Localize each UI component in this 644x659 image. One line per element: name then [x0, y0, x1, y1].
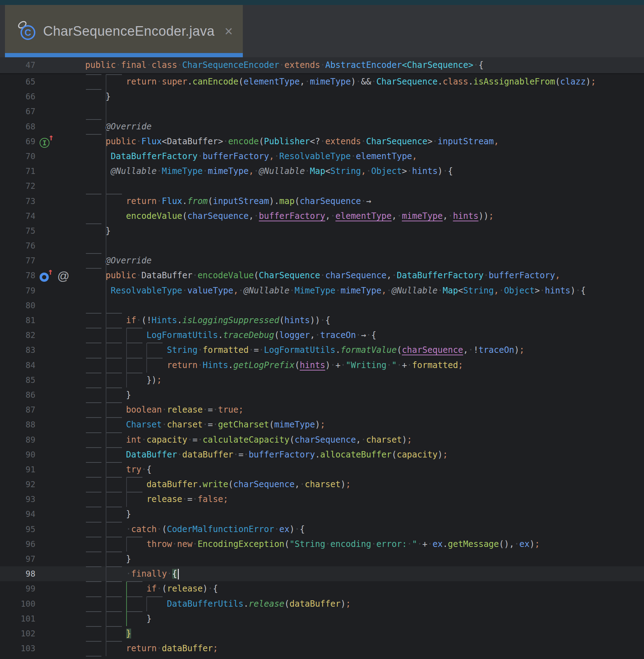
indent-guide — [126, 477, 127, 507]
code-text: @Override — [85, 119, 152, 134]
line-number-103: 103 — [0, 641, 35, 656]
line-number-87: 87 — [0, 402, 35, 417]
code-line-79[interactable]: 79 ResolvableType·valueType,·@Nullable·M… — [0, 283, 644, 298]
code-line-85[interactable]: 85}); — [0, 373, 644, 387]
code-text: LogFormatUtils.traceDebug(logger,·traceO… — [85, 328, 376, 343]
code-text: } — [85, 223, 111, 238]
line-number-91: 91 — [0, 462, 35, 477]
code-line-93[interactable]: 93release·=·false; — [0, 492, 644, 507]
code-text: DataBuffer·dataBuffer·=·bufferFactory.al… — [85, 447, 448, 462]
code-line-96[interactable]: 96throw·new·EncodingException("String·en… — [0, 537, 644, 552]
code-text: return·super.canEncode(elementType,·mime… — [85, 74, 596, 89]
code-line-100[interactable]: 100DataBufferUtils.release(dataBuffer); — [0, 596, 644, 611]
code-text: @Override — [85, 253, 152, 268]
code-line-97[interactable]: 97} — [0, 552, 644, 566]
code-line-101[interactable]: 101} — [0, 611, 644, 626]
code-line-99[interactable]: 99if·(release)·{ — [0, 581, 644, 596]
line-number-79: 79 — [0, 283, 35, 298]
code-editor[interactable]: 65return·super.canEncode(elementType,·mi… — [0, 74, 644, 659]
code-line-91[interactable]: 91try·{ — [0, 462, 644, 477]
indent-guide — [146, 343, 147, 373]
line-number-90: 90 — [0, 447, 35, 462]
line-number-94: 94 — [0, 507, 35, 521]
line-number-99: 99 — [0, 581, 35, 596]
sticky-class-declaration-line[interactable]: 47public·final·class·CharSequenceEncoder… — [0, 57, 644, 74]
code-text: dataBuffer.write(charSequence,·charset); — [85, 477, 351, 492]
implementing-method-icon[interactable] — [40, 134, 54, 148]
code-text: if·(!Hints.isLoggingSuppressed(hints))·{ — [85, 313, 330, 328]
code-line-67[interactable]: 67 — [0, 104, 644, 119]
code-text: boolean·release·=·true; — [85, 402, 244, 417]
line-number-104: 104 — [0, 656, 35, 659]
code-text: @Nullable·MimeType·mimeType,·@Nullable·M… — [85, 164, 453, 179]
code-line-82[interactable]: 82LogFormatUtils.traceDebug(logger,·trac… — [0, 328, 644, 343]
code-line-72[interactable]: 72 — [0, 179, 644, 193]
code-line-75[interactable]: 75} — [0, 223, 644, 238]
code-text: } — [85, 552, 131, 566]
tab-title: CharSequenceEncoder.java — [43, 24, 215, 39]
code-text: DataBufferUtils.release(dataBuffer); — [85, 596, 351, 611]
code-text: return·Flux.from(inputStream).map(charSe… — [85, 194, 371, 209]
code-line-92[interactable]: 92dataBuffer.write(charSequence,·charset… — [0, 477, 644, 492]
code-text: return·Hints.getLogPrefix(hints)·+·"Writ… — [85, 358, 463, 373]
code-line-47[interactable]: 47public·final·class·CharSequenceEncoder… — [0, 57, 644, 73]
code-line-88[interactable]: 88Charset·charset·=·getCharset(mimeType)… — [0, 417, 644, 432]
code-line-80[interactable]: 80 — [0, 298, 644, 313]
line-number-83: 83 — [0, 343, 35, 357]
code-text: try·{ — [85, 462, 152, 477]
code-line-83[interactable]: 83String·formatted·=·LogFormatUtils.form… — [0, 343, 644, 357]
overriding-method-icon[interactable] — [40, 269, 54, 283]
line-number-72: 72 — [0, 179, 35, 193]
line-number-80: 80 — [0, 298, 35, 313]
line-number-78: 78 — [0, 268, 35, 283]
code-line-69[interactable]: 69public·Flux<DataBuffer>·encode(Publish… — [0, 134, 644, 149]
text-caret — [178, 569, 179, 579]
line-number-82: 82 — [0, 328, 35, 343]
line-number-69: 69 — [0, 134, 35, 149]
code-line-95[interactable]: 95·catch·(CoderMalfunctionError·ex)·{ — [0, 522, 644, 537]
code-text: ·finally·{ — [85, 566, 179, 581]
code-line-87[interactable]: 87boolean·release·=·true; — [0, 402, 644, 417]
code-line-94[interactable]: 94} — [0, 507, 644, 521]
code-line-70[interactable]: 70 DataBufferFactory·bufferFactory,·Reso… — [0, 149, 644, 164]
code-line-68[interactable]: 68@Override — [0, 119, 644, 134]
indent-guide — [126, 537, 127, 552]
code-line-86[interactable]: 86} — [0, 387, 644, 402]
code-line-76[interactable]: 76 — [0, 238, 644, 253]
line-number-70: 70 — [0, 149, 35, 164]
code-line-84[interactable]: 84return·Hints.getLogPrefix(hints)·+·"Wr… — [0, 358, 644, 373]
code-line-98[interactable]: 98·finally·{ — [0, 566, 644, 581]
code-line-103[interactable]: 103return·dataBuffer; — [0, 641, 644, 656]
window-titlebar — [0, 0, 644, 5]
code-text: } — [85, 507, 131, 521]
indent-guide — [106, 74, 106, 656]
code-line-65[interactable]: 65return·super.canEncode(elementType,·mi… — [0, 74, 644, 89]
code-text: public·DataBuffer·encodeValue(CharSequen… — [85, 268, 560, 283]
close-icon[interactable]: × — [224, 24, 233, 38]
code-line-89[interactable]: 89int·capacity·=·calculateCapacity(charS… — [0, 432, 644, 447]
code-line-81[interactable]: 81if·(!Hints.isLoggingSuppressed(hints))… — [0, 313, 644, 328]
code-line-104[interactable]: 104} — [0, 656, 644, 659]
code-text: Charset·charset·=·getCharset(mimeType); — [85, 417, 325, 432]
code-line-90[interactable]: 90DataBuffer·dataBuffer·=·bufferFactory.… — [0, 447, 644, 462]
code-line-66[interactable]: 66} — [0, 89, 644, 104]
line-number-102: 102 — [0, 626, 35, 641]
annotation-icon[interactable]: @ — [57, 269, 70, 283]
code-line-102[interactable]: 102} — [0, 626, 644, 641]
line-number-85: 85 — [0, 373, 35, 387]
line-number-97: 97 — [0, 552, 35, 566]
line-number-77: 77 — [0, 253, 35, 268]
code-line-71[interactable]: 71 @Nullable·MimeType·mimeType,·@Nullabl… — [0, 164, 644, 179]
line-number-95: 95 — [0, 522, 35, 537]
line-number-88: 88 — [0, 417, 35, 432]
code-line-73[interactable]: 73return·Flux.from(inputStream).map(char… — [0, 194, 644, 209]
line-number-93: 93 — [0, 492, 35, 507]
indent-guide — [146, 596, 147, 611]
code-line-78[interactable]: 78@public·DataBuffer·encodeValue(CharSeq… — [0, 268, 644, 283]
code-line-77[interactable]: 77@Override — [0, 253, 644, 268]
line-number-75: 75 — [0, 223, 35, 238]
code-line-74[interactable]: 74 encodeValue(charSequence,·bufferFacto… — [0, 209, 644, 223]
class-icon-letter: C — [21, 25, 35, 40]
line-number-86: 86 — [0, 387, 35, 402]
tab-charsequenceencoder[interactable]: C CharSequenceEncoder.java × — [5, 5, 243, 57]
